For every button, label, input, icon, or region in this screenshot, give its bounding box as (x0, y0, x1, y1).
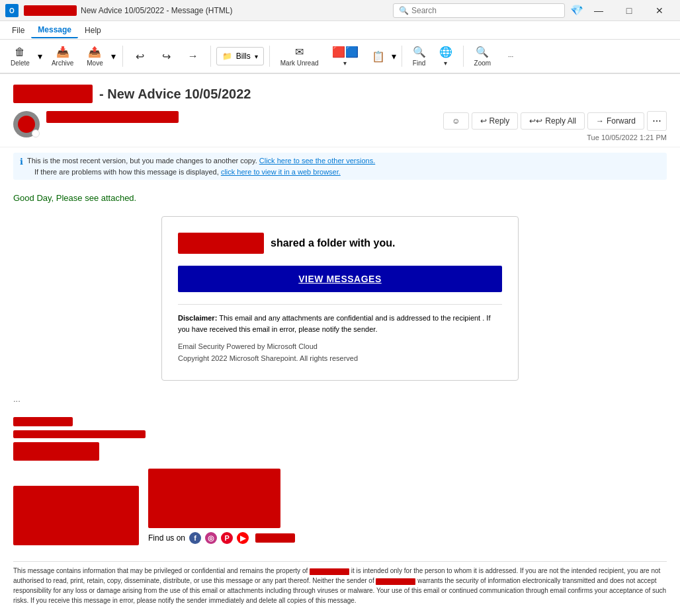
extra-icon: 📋 (372, 50, 385, 63)
info-row-1: ℹ This is the most recent version, but y… (20, 157, 660, 167)
email-subject: - New Advice 10/05/2022 (13, 85, 667, 103)
email-meta: ☺ ↩ Reply ↩↩ Reply All → Forward ··· (13, 111, 667, 141)
move-button[interactable]: 📤 Move (81, 42, 108, 71)
social-label: Find us on (148, 533, 185, 543)
facebook-icon[interactable]: f (189, 532, 201, 544)
search-bar[interactable]: 🔍 (393, 3, 565, 18)
sig-redact-1 (13, 417, 73, 426)
undo-button[interactable]: ↩ (128, 42, 152, 71)
ribbon-divider-1 (122, 46, 123, 67)
ribbon-toolbar: 🗑 Delete ▾ 📥 Archive 📤 Move ▾ ↩ ↪ → 📁 Bi… (0, 40, 680, 74)
move-icon: 📤 (88, 46, 101, 58)
subject-redact (13, 85, 93, 103)
reply-icon: ↩ (480, 116, 487, 126)
categorize-icon: 🟥🟦 (332, 46, 359, 58)
redo-button[interactable]: ↪ (155, 42, 179, 71)
info-link-1[interactable]: Click here to see the other versions. (259, 157, 375, 165)
ribbon-divider-4 (402, 46, 402, 67)
forward-ribbon-button[interactable]: → (181, 42, 205, 71)
maximize-button[interactable]: □ (614, 0, 644, 21)
find-button[interactable]: 🔍 Find (407, 42, 431, 71)
forward-button[interactable]: → Forward (587, 112, 644, 130)
move-group: 📤 Move ▾ (81, 42, 116, 71)
reply-all-button[interactable]: ↩↩ Reply All (521, 112, 585, 130)
delete-button[interactable]: 🗑 Delete (5, 42, 35, 71)
minimize-button[interactable]: — (583, 0, 614, 21)
delete-dropdown[interactable]: ▾ (36, 51, 44, 61)
email-timestamp: Tue 10/05/2022 1:21 PM (587, 134, 667, 141)
email-actions: ☺ ↩ Reply ↩↩ Reply All → Forward ··· (443, 111, 667, 131)
card-disclaimer: Disclaimer: This email and any attachmen… (178, 313, 502, 334)
search-icon: 🔍 (399, 6, 409, 15)
card-divider (178, 304, 502, 305)
menu-bar: File Message Help (0, 21, 680, 40)
pinterest-icon[interactable]: P (221, 532, 233, 544)
folder-dropdown[interactable]: 📁 Bills ▾ (216, 47, 264, 65)
disclaimer-redact-2 (376, 578, 415, 585)
ribbon-divider-2 (210, 46, 211, 67)
more-actions-button[interactable]: ··· (647, 111, 667, 131)
title-redact (24, 5, 77, 16)
info-text-1: This is the most recent version, but you… (27, 157, 375, 165)
categorize-button[interactable]: 🟥🟦 ▾ (327, 42, 364, 71)
disclaimer-footer: This message contains information that m… (13, 561, 667, 605)
extra-button[interactable]: 📋 (366, 42, 390, 71)
email-container: - New Advice 10/05/2022 ☺ ↩ (0, 74, 680, 616)
archive-button[interactable]: 📥 Archive (46, 42, 79, 71)
instagram-icon[interactable]: ◎ (205, 532, 217, 544)
menu-file[interactable]: File (5, 23, 31, 38)
sig-redact-2 (13, 430, 146, 438)
redo-icon: ↪ (162, 50, 171, 63)
zoom-button[interactable]: 🔍 Zoom (469, 42, 497, 71)
move-dropdown[interactable]: ▾ (110, 51, 117, 61)
sig-image-2-area: Find us on f ◎ P ▶ (148, 469, 295, 545)
info-link-2[interactable]: click here to view it in a web browser. (221, 168, 341, 176)
forward-arrow-icon: → (596, 116, 604, 126)
ribbon-divider-3 (269, 46, 270, 67)
sig-redact-3 (13, 442, 99, 461)
view-messages-button[interactable]: VIEW MESSAGES (178, 266, 502, 292)
translate-icon: 🌐 (439, 46, 452, 58)
find-icon: 🔍 (413, 46, 426, 58)
subject-text: - New Advice 10/05/2022 (99, 87, 251, 102)
ribbon-divider-5 (463, 46, 464, 67)
social-area: Find us on f ◎ P ▶ (148, 532, 295, 544)
actions-timestamp-area: ☺ ↩ Reply ↩↩ Reply All → Forward ··· (443, 111, 667, 141)
chevron-down-icon: ▾ (255, 53, 258, 60)
email-header: - New Advice 10/05/2022 ☺ ↩ (0, 74, 680, 147)
info-bar: ℹ This is the most recent version, but y… (13, 153, 667, 180)
extra-dropdown[interactable]: ▾ (392, 51, 396, 61)
emoji-icon: ☺ (452, 116, 460, 126)
disclaimer-redact-1 (310, 568, 349, 575)
sig-image-1 (13, 486, 139, 545)
menu-message[interactable]: Message (31, 22, 78, 38)
app-icon: O (5, 4, 19, 17)
disclaimer-text: This email and any attachments are confi… (178, 314, 490, 333)
info-text-2: If there are problems with how this mess… (34, 168, 341, 176)
reply-button[interactable]: ↩ Reply (472, 112, 519, 130)
translate-button[interactable]: 🌐 ▾ (434, 42, 458, 71)
window-title: New Advice 10/05/2022 - Message (HTML) (81, 6, 393, 15)
zoom-icon: 🔍 (476, 46, 489, 58)
forward-icon: → (188, 50, 198, 62)
search-input[interactable] (411, 6, 559, 15)
ribbon-delete-group: 🗑 Delete ▾ (5, 42, 44, 71)
social-extra-redact (255, 533, 295, 543)
close-button[interactable]: ✕ (644, 0, 675, 21)
sig-images: Find us on f ◎ P ▶ (13, 469, 667, 545)
sig-image-2 (148, 469, 280, 528)
card-sender-redact (178, 233, 264, 254)
svg-text:O: O (9, 7, 15, 15)
more-ribbon-button[interactable]: ··· (499, 42, 523, 71)
sender-info (46, 111, 179, 126)
undo-icon: ↩ (136, 50, 144, 63)
info-row-2: If there are problems with how this mess… (20, 168, 660, 176)
avatar-badge (32, 130, 40, 137)
mark-unread-button[interactable]: ✉ Mark Unread (275, 42, 324, 71)
menu-help[interactable]: Help (78, 23, 108, 38)
card-shared-text: shared a folder with you. (271, 237, 395, 249)
info-icon: ℹ (20, 157, 23, 167)
sender-area (13, 111, 179, 137)
youtube-icon[interactable]: ▶ (237, 532, 249, 544)
emoji-button[interactable]: ☺ (443, 112, 468, 130)
